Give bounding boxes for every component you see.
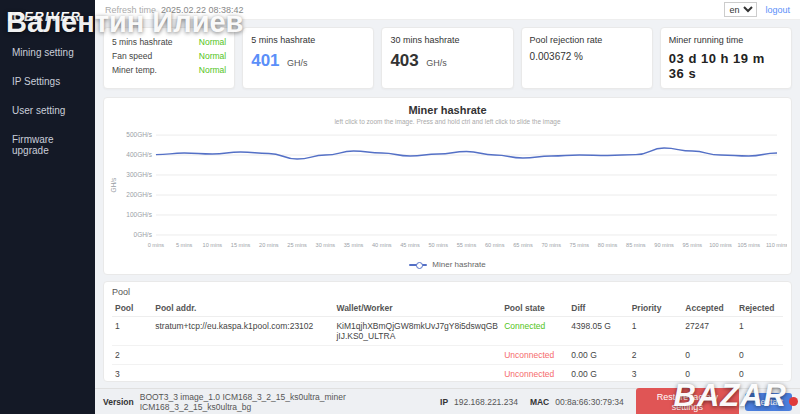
col-pool-state: Pool state [501,300,568,317]
ip-label: IP [440,397,448,407]
pool-rejected: 0 [736,346,783,365]
svg-text:200GH/s: 200GH/s [126,191,152,198]
pool-section-title: Pool [112,287,783,297]
rejection-label: Pool rejection rate [530,35,644,45]
svg-text:GH/s: GH/s [110,177,117,193]
table-row: 2 Unconnected 0.00 G 2 0 0 [112,346,783,365]
pool-wallet: KiM1qjhXBmQjGW8mkUvJ7gY8i5dswqGBjIJ.KS0_… [333,317,501,346]
hashrate30-label: 30 mins hashrate [390,35,504,45]
pool-priority: 1 [629,317,683,346]
sidebar-item-ip-settings[interactable]: IP Settings [0,67,95,96]
status-hashrate-label: 5 mins hashrate [112,35,172,49]
table-row: 3 Unconnected 0.00 G 3 0 0 [112,365,783,383]
col-priority: Priority [629,300,683,317]
restart-button[interactable]: Restart [745,393,792,411]
chart-legend[interactable]: Miner hashrate [108,259,787,272]
col-wallet-worker: Wallet/Worker [333,300,501,317]
language-select[interactable]: en [724,2,757,17]
chart-subtitle: left click to zoom the image. Press and … [108,118,787,125]
svg-text:5 mins: 5 mins [176,242,193,248]
svg-text:0GH/s: 0GH/s [134,231,153,238]
refresh-time-value: 2025.02.22 08:38:42 [161,5,244,15]
topbar: Refresh time 2025.02.22 08:38:42 en logo… [95,0,800,20]
legend-label: Miner hashrate [432,260,485,269]
pool-diff: 4398.05 G [568,317,628,346]
main-content: Refresh time 2025.02.22 08:38:42 en logo… [95,0,800,414]
pool-state: Unconnected [501,365,568,383]
svg-text:95 mins: 95 mins [683,242,703,248]
hashrate-chart-svg[interactable]: 500GH/s400GH/s300GH/s200GH/s100GH/s0GH/s… [108,127,787,259]
svg-text:50 mins: 50 mins [428,242,448,248]
status-cards-row: 5 mins hashrate Normal Fan speed Normal … [95,20,800,91]
sidebar-item-firmware-upgrade[interactable]: Firmware upgrade [0,125,95,165]
sidebar: ICERIVER Mining setting IP Settings User… [0,0,95,414]
pool-state: Connected [501,317,568,346]
svg-text:85 mins: 85 mins [626,242,646,248]
footer-bar: Version BOOT3_3 image_1.0 ICM168_3_2_15_… [95,388,800,414]
pool-diff: 0.00 G [568,365,628,383]
pool-addr [152,346,333,365]
pool-priority: 2 [629,346,683,365]
table-row: 1 stratum+tcp://eu.kaspa.k1pool.com:2310… [112,317,783,346]
card-5min-hashrate: 5 mins hashrate 401 GH/s [242,27,374,89]
col-pool: Pool [112,300,152,317]
refresh-time-label: Refresh time [105,5,156,15]
card-running-time: Miner running time 03 d 10 h 19 m 36 s [660,27,792,89]
svg-text:15 mins: 15 mins [231,242,251,248]
svg-text:105 mins: 105 mins [737,242,760,248]
pool-panel: Pool Pool Pool addr. Wallet/Worker Pool … [103,281,792,382]
svg-text:0 mins: 0 mins [148,242,165,248]
svg-text:10 mins: 10 mins [203,242,223,248]
rejection-value: 0.003672 % [530,51,644,62]
sidebar-item-mining-setting[interactable]: Mining setting [0,38,95,67]
svg-text:40 mins: 40 mins [372,242,392,248]
pool-wallet [333,365,501,383]
svg-text:45 mins: 45 mins [400,242,420,248]
logout-link[interactable]: logout [765,5,790,15]
restore-factory-settings-button[interactable]: Restore factory settings [636,388,739,414]
svg-text:35 mins: 35 mins [344,242,364,248]
svg-text:60 mins: 60 mins [485,242,505,248]
svg-text:500GH/s: 500GH/s [126,131,152,138]
svg-text:400GH/s: 400GH/s [126,151,152,158]
pool-addr [152,365,333,383]
hashrate5-value: 401 [251,51,279,70]
pool-rejected: 1 [736,317,783,346]
status-fan-label: Fan speed [112,49,152,63]
hashrate5-unit: GH/s [287,58,308,68]
hashrate30-value: 403 [390,51,418,70]
pool-state: Unconnected [501,346,568,365]
status-temp-value: Normal [199,63,226,77]
status-fan-value: Normal [199,49,226,63]
svg-text:80 mins: 80 mins [598,242,618,248]
col-rejected: Rejected [736,300,783,317]
version-value: BOOT3_3 image_1.0 ICM168_3_2_15_ks0ultra… [140,392,428,412]
pool-id: 3 [112,365,152,383]
sidebar-item-user-setting[interactable]: User setting [0,96,95,125]
col-pool-addr: Pool addr. [152,300,333,317]
status-temp-label: Miner temp. [112,63,157,77]
pool-id: 1 [112,317,152,346]
mac-value: 00:8a:66:30:79:34 [555,397,624,407]
svg-text:65 mins: 65 mins [513,242,533,248]
pool-addr: stratum+tcp://eu.kaspa.k1pool.com:23102 [152,317,333,346]
svg-text:100 mins: 100 mins [709,242,732,248]
svg-text:55 mins: 55 mins [457,242,477,248]
col-accepted: Accepted [682,300,736,317]
svg-text:100GH/s: 100GH/s [126,211,152,218]
svg-text:70 mins: 70 mins [541,242,561,248]
col-diff: Diff [568,300,628,317]
status-hashrate-value: Normal [199,35,226,49]
svg-text:30 mins: 30 mins [316,242,336,248]
pool-priority: 3 [629,365,683,383]
runtime-label: Miner running time [669,35,783,45]
svg-text:25 mins: 25 mins [287,242,307,248]
svg-text:75 mins: 75 mins [570,242,590,248]
ip-value: 192.168.221.234 [454,397,518,407]
version-label: Version [103,397,134,407]
pool-id: 2 [112,346,152,365]
pool-accepted: 0 [682,365,736,383]
mac-label: MAC [530,397,549,407]
chart-title: Miner hashrate [108,104,787,116]
card-pool-rejection: Pool rejection rate 0.003672 % [521,27,653,89]
